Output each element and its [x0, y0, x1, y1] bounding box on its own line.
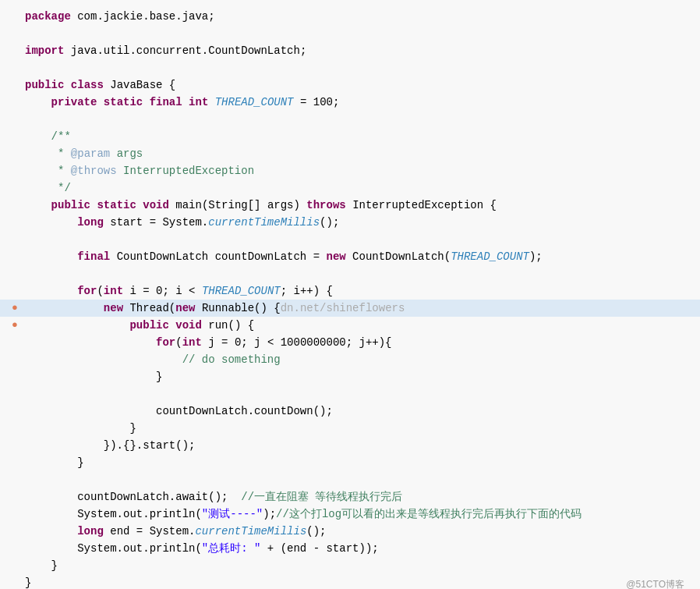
- code-line-2: [0, 25, 700, 42]
- line-content-3: import java.util.concurrent.CountDownLat…: [25, 42, 700, 59]
- line-content-26: }).{}.start();: [25, 437, 700, 454]
- line-content-22: }: [25, 368, 700, 385]
- line-content-6: private static final int THREAD_COUNT = …: [25, 94, 700, 111]
- code-line-24: countDownLatch.countDown();: [0, 403, 700, 420]
- line-content-10: * @throws InterruptedException: [25, 162, 700, 179]
- code-line-8: /**: [0, 128, 700, 145]
- code-line-4: [0, 59, 700, 76]
- line-content-9: * @param args: [25, 145, 700, 162]
- code-line-17: for(int i = 0; i < THREAD_COUNT; i++) {: [0, 282, 700, 300]
- line-content-18: new Thread(new Runnable() {dn.net/shinef…: [25, 300, 700, 317]
- code-line-7: [0, 111, 700, 128]
- code-line-33: }: [0, 557, 700, 574]
- code-line-3: import java.util.concurrent.CountDownLat…: [0, 42, 700, 59]
- code-line-26: }).{}.start();: [0, 437, 700, 454]
- code-line-1: package com.jackie.base.java;: [0, 8, 700, 25]
- code-line-16: [0, 265, 700, 282]
- line-content-34: }: [25, 574, 700, 589]
- code-line-14: [0, 231, 700, 248]
- code-line-22: }: [0, 368, 700, 385]
- line-content-20: for(int j = 0; j < 1000000000; j++){: [25, 334, 700, 351]
- line-content-17: for(int i = 0; i < THREAD_COUNT; i++) {: [25, 282, 700, 300]
- line-content-33: }: [25, 557, 700, 574]
- code-line-9: * @param args: [0, 145, 700, 162]
- line-content-21: // do something: [25, 351, 700, 368]
- line-content-1: package com.jackie.base.java;: [25, 8, 700, 25]
- line-content-29: countDownLatch.await(); //一直在阻塞 等待线程执行完后: [25, 488, 700, 506]
- line-content-19: public void run() {: [25, 317, 700, 334]
- line-content-24: countDownLatch.countDown();: [25, 403, 700, 420]
- code-line-11: */: [0, 179, 700, 197]
- code-line-31: long end = System.currentTimeMillis();: [0, 523, 700, 540]
- code-line-27: }: [0, 454, 700, 471]
- code-line-5: public class JavaBase {: [0, 76, 700, 94]
- line-content-31: long end = System.currentTimeMillis();: [25, 523, 700, 540]
- gutter-19: ●: [8, 317, 22, 334]
- code-line-10: * @throws InterruptedException: [0, 162, 700, 179]
- code-line-13: long start = System.currentTimeMillis();: [0, 214, 700, 231]
- line-content-27: }: [25, 454, 700, 471]
- code-line-23: [0, 385, 700, 403]
- code-line-30: System.out.println("测试----");//这个打log可以看…: [0, 506, 700, 523]
- code-line-25: }: [0, 420, 700, 437]
- watermark-text: @51CTO博客: [626, 578, 684, 589]
- line-content-32: System.out.println("总耗时: " + (end - star…: [25, 540, 700, 557]
- code-line-6: private static final int THREAD_COUNT = …: [0, 94, 700, 111]
- code-line-12: public static void main(String[] args) t…: [0, 197, 700, 214]
- code-line-18: ● new Thread(new Runnable() {dn.net/shin…: [0, 300, 700, 317]
- gutter-18: ●: [8, 300, 22, 317]
- line-content-13: long start = System.currentTimeMillis();: [25, 214, 700, 231]
- line-content-5: public class JavaBase {: [25, 76, 700, 94]
- line-content-8: /**: [25, 128, 700, 145]
- code-line-29: countDownLatch.await(); //一直在阻塞 等待线程执行完后: [0, 488, 700, 506]
- line-content-12: public static void main(String[] args) t…: [25, 197, 700, 214]
- line-content-25: }: [25, 420, 700, 437]
- code-container: package com.jackie.base.java; import jav…: [0, 0, 700, 589]
- code-line-34: }: [0, 574, 700, 589]
- line-content-15: final CountDownLatch countDownLatch = ne…: [25, 248, 700, 265]
- code-line-21: // do something: [0, 351, 700, 368]
- line-content-30: System.out.println("测试----");//这个打log可以看…: [25, 506, 700, 523]
- code-line-28: [0, 471, 700, 488]
- code-line-19: ● public void run() {: [0, 317, 700, 334]
- code-line-20: for(int j = 0; j < 1000000000; j++){: [0, 334, 700, 351]
- code-line-32: System.out.println("总耗时: " + (end - star…: [0, 540, 700, 557]
- line-content-11: */: [25, 179, 700, 197]
- code-line-15: final CountDownLatch countDownLatch = ne…: [0, 248, 700, 265]
